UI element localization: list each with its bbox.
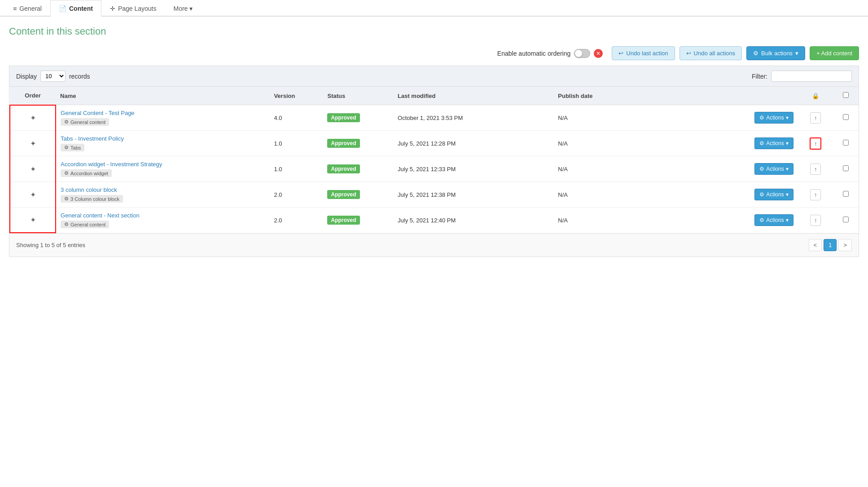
select-all-checkbox[interactable] bbox=[843, 92, 849, 98]
col-header-name: Name bbox=[56, 87, 269, 105]
actions-gear-icon: ⚙ bbox=[759, 166, 764, 172]
auto-ordering-section: Enable automatic ordering ✕ bbox=[497, 49, 603, 58]
tab-page-layouts-label: Page Layouts bbox=[118, 5, 157, 12]
order-cell: ✦ bbox=[10, 208, 56, 233]
col-header-publish: Publish date bbox=[553, 87, 691, 105]
publish-cell: N/A bbox=[553, 105, 691, 131]
content-table-wrapper: Order Name Version Status Last modified … bbox=[9, 87, 859, 234]
status-badge: Approved bbox=[327, 216, 359, 225]
row-checkbox[interactable] bbox=[843, 191, 849, 197]
status-cell: Approved bbox=[323, 182, 393, 208]
actions-button[interactable]: ⚙ Actions ▾ bbox=[754, 112, 793, 124]
status-badge: Approved bbox=[327, 139, 359, 148]
content-name-link[interactable]: General content - Next section bbox=[61, 212, 140, 219]
actions-button[interactable]: ⚙ Actions ▾ bbox=[754, 137, 793, 149]
content-type-icon: ⚙ bbox=[64, 145, 69, 151]
tab-content[interactable]: 📄 Content bbox=[50, 0, 101, 17]
content-name-link[interactable]: 3 column colour block bbox=[61, 186, 117, 193]
filter-label: Filter: bbox=[752, 73, 767, 80]
actions-cell: ⚙ Actions ▾ bbox=[691, 156, 798, 182]
modified-cell: October 1, 2021 3:53 PM bbox=[393, 105, 553, 131]
publish-cell: N/A bbox=[553, 156, 691, 182]
bulk-actions-icon: ⚙ bbox=[753, 50, 758, 57]
move-up-button[interactable]: ↑ bbox=[810, 215, 821, 226]
up-cell: ↑ bbox=[798, 105, 833, 131]
pagination-page-1[interactable]: 1 bbox=[824, 239, 837, 251]
row-checkbox[interactable] bbox=[843, 140, 849, 146]
content-type-icon: ⚙ bbox=[64, 196, 69, 202]
auto-ordering-label: Enable automatic ordering bbox=[497, 50, 570, 57]
row-checkbox[interactable] bbox=[843, 165, 849, 171]
move-up-button[interactable]: ↑ bbox=[810, 112, 821, 124]
content-type-label: Tabs bbox=[70, 145, 81, 151]
check-cell bbox=[833, 131, 859, 156]
pagination-prev[interactable]: < bbox=[809, 239, 822, 251]
actions-cell: ⚙ Actions ▾ bbox=[691, 131, 798, 156]
status-cell: Approved bbox=[323, 156, 393, 182]
records-label: records bbox=[69, 73, 90, 80]
content-table: Order Name Version Status Last modified … bbox=[9, 87, 859, 233]
actions-cell: ⚙ Actions ▾ bbox=[691, 208, 798, 233]
records-per-page-select[interactable]: 10 25 50 100 bbox=[40, 71, 66, 82]
move-up-button[interactable]: ↑ bbox=[810, 189, 821, 200]
tab-general[interactable]: ≡ General bbox=[4, 0, 50, 17]
order-cell: ✦ bbox=[10, 131, 56, 156]
drag-handle[interactable]: ✦ bbox=[30, 165, 36, 173]
content-type-badge: ⚙ 3 Column colour block bbox=[61, 195, 123, 203]
auto-ordering-close[interactable]: ✕ bbox=[594, 49, 603, 58]
move-up-button[interactable]: ↑ bbox=[810, 164, 821, 175]
name-cell: Tabs - Investment Policy ⚙ Tabs bbox=[56, 131, 269, 156]
tab-more[interactable]: More ▾ bbox=[165, 0, 202, 17]
auto-ordering-toggle[interactable] bbox=[574, 49, 590, 58]
actions-gear-icon: ⚙ bbox=[759, 140, 764, 146]
filter-section: Filter: bbox=[752, 71, 852, 82]
bulk-actions-button[interactable]: ⚙ Bulk actions ▾ bbox=[746, 46, 805, 60]
name-cell: General Content - Test Page ⚙ General co… bbox=[56, 105, 269, 131]
drag-handle[interactable]: ✦ bbox=[30, 216, 36, 224]
row-checkbox[interactable] bbox=[843, 217, 849, 222]
add-content-button[interactable]: + Add content bbox=[810, 46, 859, 60]
lock-icon: 🔒 bbox=[812, 93, 819, 99]
actions-button[interactable]: ⚙ Actions ▾ bbox=[754, 189, 793, 200]
undo-all-icon: ↩ bbox=[686, 50, 691, 57]
drag-handle[interactable]: ✦ bbox=[30, 114, 36, 122]
actions-button[interactable]: ⚙ Actions ▾ bbox=[754, 214, 793, 226]
bulk-chevron-icon: ▾ bbox=[795, 50, 798, 57]
row-checkbox[interactable] bbox=[843, 114, 849, 120]
actions-chevron-icon: ▾ bbox=[786, 166, 789, 172]
actions-gear-icon: ⚙ bbox=[759, 217, 764, 223]
col-header-modified: Last modified bbox=[393, 87, 553, 105]
move-up-button[interactable]: ↑ bbox=[810, 137, 822, 150]
name-cell: General content - Next section ⚙ General… bbox=[56, 208, 269, 233]
undo-all-label: Undo all actions bbox=[694, 50, 736, 57]
check-cell bbox=[833, 156, 859, 182]
undo-last-action-button[interactable]: ↩ Undo last action bbox=[612, 46, 675, 60]
table-row: ✦ Tabs - Investment Policy ⚙ Tabs 1.0 Ap… bbox=[10, 131, 859, 156]
drag-handle[interactable]: ✦ bbox=[30, 140, 36, 147]
drag-handle[interactable]: ✦ bbox=[30, 191, 36, 199]
content-name-link[interactable]: General Content - Test Page bbox=[61, 110, 135, 116]
pagination-next[interactable]: > bbox=[838, 239, 852, 251]
actions-chevron-icon: ▾ bbox=[786, 140, 789, 146]
table-row: ✦ 3 column colour block ⚙ 3 Column colou… bbox=[10, 182, 859, 208]
check-cell bbox=[833, 182, 859, 208]
undo-all-actions-button[interactable]: ↩ Undo all actions bbox=[679, 46, 742, 60]
tab-page-layouts[interactable]: ✛ Page Layouts bbox=[101, 0, 165, 17]
content-name-link[interactable]: Accordion widget - Investment Strategy bbox=[61, 161, 162, 168]
version-cell: 4.0 bbox=[269, 105, 323, 131]
content-type-icon: ⚙ bbox=[64, 119, 69, 125]
display-left: Display 10 25 50 100 records bbox=[16, 71, 90, 82]
showing-text: Showing 1 to 5 of 5 entries bbox=[16, 242, 85, 248]
actions-label: Actions bbox=[766, 115, 784, 121]
actions-chevron-icon: ▾ bbox=[786, 217, 789, 223]
status-badge: Approved bbox=[327, 190, 359, 199]
undo-last-label: Undo last action bbox=[626, 50, 668, 57]
content-name-link[interactable]: Tabs - Investment Policy bbox=[61, 135, 124, 142]
status-badge: Approved bbox=[327, 164, 359, 173]
publish-cell: N/A bbox=[553, 182, 691, 208]
content-type-badge: ⚙ Tabs bbox=[61, 144, 84, 151]
display-label: Display bbox=[16, 73, 37, 80]
filter-input[interactable] bbox=[771, 71, 852, 82]
check-cell bbox=[833, 105, 859, 131]
actions-button[interactable]: ⚙ Actions ▾ bbox=[754, 163, 793, 175]
